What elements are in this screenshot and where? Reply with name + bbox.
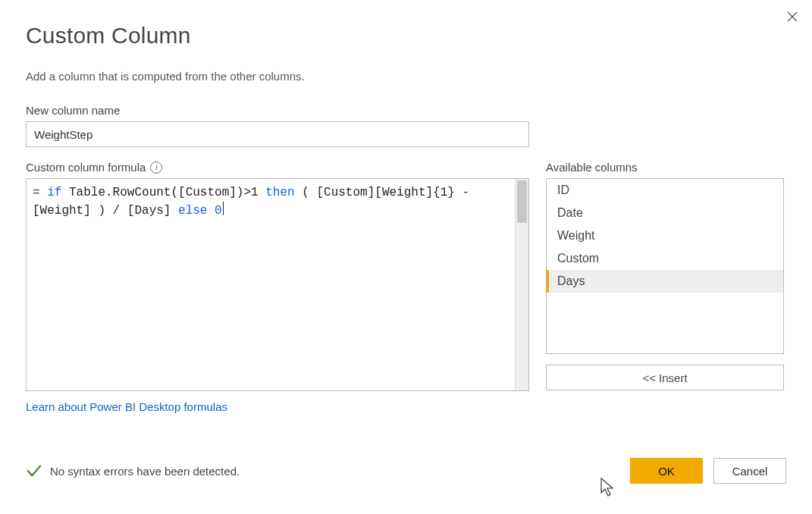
ok-button[interactable]: OK (630, 458, 703, 484)
available-column-item[interactable]: Days (547, 270, 783, 293)
status-bar: No syntax errors have been detected. (26, 462, 240, 479)
tok-else: else (178, 204, 207, 218)
info-icon[interactable]: i (150, 161, 162, 174)
formula-label-row: Custom column formula i (26, 161, 529, 174)
dialog-subtitle: Add a column that is computed from the o… (26, 70, 786, 83)
column-name-label: New column name (26, 104, 786, 117)
formula-label-text: Custom column formula (26, 161, 146, 174)
checkmark-icon (26, 462, 42, 479)
tok-eq: = (33, 186, 47, 199)
tok-then: then (265, 186, 294, 199)
formula-editor[interactable]: = if Table.RowCount([Custom])>1 then ( [… (26, 178, 529, 391)
tok-sp (207, 204, 215, 218)
column-name-label-text: New column name (26, 104, 120, 117)
close-button[interactable] (783, 8, 801, 26)
tok-p1: Table.RowCount([Custom])>1 (61, 186, 265, 199)
tok-if: if (47, 186, 61, 199)
formula-scrollbar[interactable] (515, 179, 528, 390)
status-text: No syntax errors have been detected. (50, 465, 240, 478)
text-caret (223, 202, 224, 215)
available-columns-list[interactable]: IDDateWeightCustomDays (546, 178, 784, 354)
available-column-item[interactable]: Custom (547, 247, 783, 270)
formula-text: = if Table.RowCount([Custom])>1 then ( [… (27, 179, 515, 390)
available-columns-label: Available columns (546, 161, 784, 174)
tok-zero: 0 (215, 204, 222, 218)
dialog-title: Custom Column (26, 23, 786, 49)
learn-formulas-link[interactable]: Learn about Power BI Desktop formulas (26, 400, 227, 413)
insert-button[interactable]: << Insert (546, 365, 784, 390)
available-column-item[interactable]: Weight (547, 224, 783, 247)
available-columns-label-text: Available columns (546, 161, 638, 174)
scrollbar-thumb[interactable] (517, 180, 527, 223)
available-column-item[interactable]: Date (547, 202, 783, 224)
cancel-button[interactable]: Cancel (713, 458, 786, 484)
available-column-item[interactable]: ID (547, 179, 783, 202)
column-name-input[interactable] (26, 121, 529, 147)
close-icon (785, 10, 799, 24)
